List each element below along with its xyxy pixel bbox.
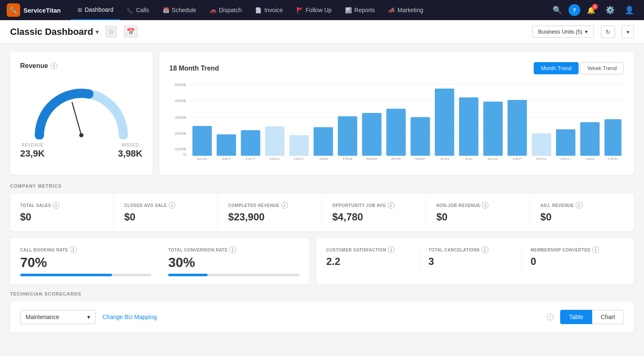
business-units-dropdown[interactable]: Business Units (5) ▾ [532, 26, 594, 38]
marketing-icon: 📣 [388, 7, 395, 13]
nav-label-calls: Calls [136, 7, 149, 13]
svg-text:JAN: JAN [319, 157, 328, 161]
calendar-button[interactable]: 📅 [124, 26, 138, 38]
followup-icon: 🚩 [296, 7, 303, 13]
scorecards-dropdown-value: Maintenance [26, 314, 59, 320]
svg-rect-30 [386, 109, 405, 156]
nav-items: ⊞ Dashboard 📞 Calls 📅 Schedule 🚗 Dispatc… [71, 0, 549, 20]
total-cancelations-stat: TOTAL CANCELATIONS i 3 [420, 246, 522, 276]
revenue-info-icon[interactable]: i [51, 63, 57, 69]
call-booking-rate-value: 70% [20, 255, 151, 270]
scorecards-card: Maintenance ▾ Change BU Mapping i Table … [10, 301, 634, 332]
top-row: Revenue i REVENUE 23,9K [10, 52, 634, 175]
svg-rect-44 [556, 129, 575, 156]
scorecards-dropdown-arrow: ▾ [87, 314, 90, 320]
svg-text:300k: 300k [174, 115, 187, 120]
svg-rect-18 [241, 130, 260, 156]
dashboard-title-dropdown[interactable]: Classic Dashboard ▾ [10, 26, 99, 37]
opportunity-job-avg-info[interactable]: i [388, 202, 395, 209]
metric-closed-avg-sale: CLOSED AVG SALE i $0 [114, 194, 218, 231]
nav-item-followup[interactable]: 🚩 Follow Up [290, 0, 338, 20]
rates-row: CALL BOOKING RATE i 70% TOTAL CONVERSION… [10, 238, 634, 285]
svg-text:NOV: NOV [536, 157, 547, 161]
nav-item-schedule[interactable]: 📅 Schedule [156, 0, 203, 20]
svg-text:SEP: SEP [221, 157, 231, 161]
closed-avg-sale-label: CLOSED AVG SALE i [124, 202, 208, 209]
total-conversion-rate-item: TOTAL CONVERSION RATE i 30% [168, 246, 299, 276]
svg-text:MAY: MAY [415, 157, 426, 161]
svg-text:JAN: JAN [585, 157, 595, 161]
total-sales-value: $0 [20, 211, 104, 223]
logo-icon: 🔧 [7, 3, 20, 17]
notifications-button[interactable]: 🔔 9 [584, 5, 599, 16]
week-trend-tab[interactable]: Week Trend [580, 62, 624, 74]
bookmark-button[interactable]: ☆ [105, 26, 117, 38]
nav-item-dashboard[interactable]: ⊞ Dashboard [71, 0, 120, 20]
adj-revenue-label: ADJ. REVENUE i [540, 202, 624, 209]
calls-icon: 📞 [127, 7, 133, 13]
table-view-button[interactable]: Table [560, 310, 592, 324]
svg-text:AUG: AUG [488, 157, 498, 161]
trend-card: 18 Month Trend Month Trend Week Trend 50… [159, 52, 634, 175]
closed-avg-sale-value: $0 [124, 211, 208, 223]
chart-view-button[interactable]: Chart [592, 310, 624, 324]
scorecards-dropdown[interactable]: Maintenance ▾ [20, 310, 96, 324]
metric-completed-revenue: COMPLETED REVENUE i $23,900 [218, 194, 322, 231]
closed-avg-sale-info[interactable]: i [169, 202, 175, 209]
total-cancelations-info[interactable]: i [482, 246, 488, 253]
settings-button[interactable]: ⚙️ [602, 4, 618, 16]
logo[interactable]: 🔧 ServiceTitan [7, 3, 61, 17]
more-options-button[interactable]: ▾ [622, 26, 634, 38]
schedule-icon: 📅 [163, 7, 169, 13]
nav-item-marketing[interactable]: 📣 Marketing [382, 0, 430, 20]
svg-rect-16 [217, 134, 236, 156]
user-avatar[interactable]: 👤 [621, 4, 637, 16]
nav-label-schedule: Schedule [172, 7, 196, 13]
nav-item-reports[interactable]: 📊 Reports [338, 0, 382, 20]
total-conversion-rate-info[interactable]: i [229, 246, 236, 253]
trend-title: 18 Month Trend [169, 65, 219, 72]
help-button[interactable]: ? [569, 4, 580, 16]
month-trend-tab[interactable]: Month Trend [534, 62, 579, 74]
non-job-revenue-info[interactable]: i [482, 202, 488, 209]
metrics-row: TOTAL SALES i $0 CLOSED AVG SALE i $0 CO… [10, 194, 634, 231]
nav-label-dispatch: Dispatch [219, 7, 242, 13]
adj-revenue-info[interactable]: i [576, 202, 582, 209]
metric-total-sales: TOTAL SALES i $0 [10, 194, 114, 231]
opportunity-job-avg-label: OPPORTUNITY JOB AVG i [332, 202, 416, 209]
trend-header: 18 Month Trend Month Trend Week Trend [169, 62, 624, 74]
total-sales-info[interactable]: i [53, 202, 60, 209]
completed-revenue-info[interactable]: i [281, 202, 288, 209]
svg-text:500k: 500k [174, 83, 187, 87]
trend-tabs: Month Trend Week Trend [534, 62, 624, 74]
svg-text:DEC: DEC [561, 157, 571, 161]
nav-item-invoice[interactable]: 📄 Invoice [248, 0, 289, 20]
svg-rect-24 [314, 127, 333, 156]
metric-adj-revenue: ADJ. REVENUE i $0 [530, 194, 634, 231]
search-button[interactable]: 🔍 [549, 4, 565, 16]
subheader: Classic Dashboard ▾ ☆ 📅 Business Units (… [0, 20, 644, 44]
nav-item-calls[interactable]: 📞 Calls [120, 0, 156, 20]
svg-text:100k: 100k [174, 147, 187, 151]
svg-text:JUL: JUL [465, 157, 473, 161]
svg-rect-20 [265, 126, 284, 156]
completed-revenue-value: $23,900 [228, 211, 312, 223]
revenue-card: Revenue i REVENUE 23,9K [10, 52, 153, 175]
refresh-button[interactable]: ↻ [601, 26, 615, 38]
nav-label-marketing: Marketing [397, 7, 423, 13]
svg-line-0 [72, 102, 81, 135]
membership-converted-value: 0 [530, 256, 615, 267]
nav-item-dispatch[interactable]: 🚗 Dispatch [203, 0, 248, 20]
svg-text:AUG: AUG [197, 157, 208, 161]
svg-text:MAR: MAR [366, 157, 377, 161]
svg-text:NOV: NOV [270, 157, 280, 161]
customer-satisfaction-info[interactable]: i [388, 246, 395, 253]
total-conversion-rate-label: TOTAL CONVERSION RATE i [168, 246, 299, 253]
svg-rect-38 [483, 102, 503, 156]
membership-converted-info[interactable]: i [592, 246, 599, 253]
call-booking-rate-info[interactable]: i [70, 246, 77, 253]
scorecards-info-icon[interactable]: i [547, 314, 553, 320]
change-bu-link[interactable]: Change BU Mapping [102, 314, 157, 320]
svg-text:0: 0 [183, 152, 186, 157]
svg-rect-34 [435, 89, 454, 156]
